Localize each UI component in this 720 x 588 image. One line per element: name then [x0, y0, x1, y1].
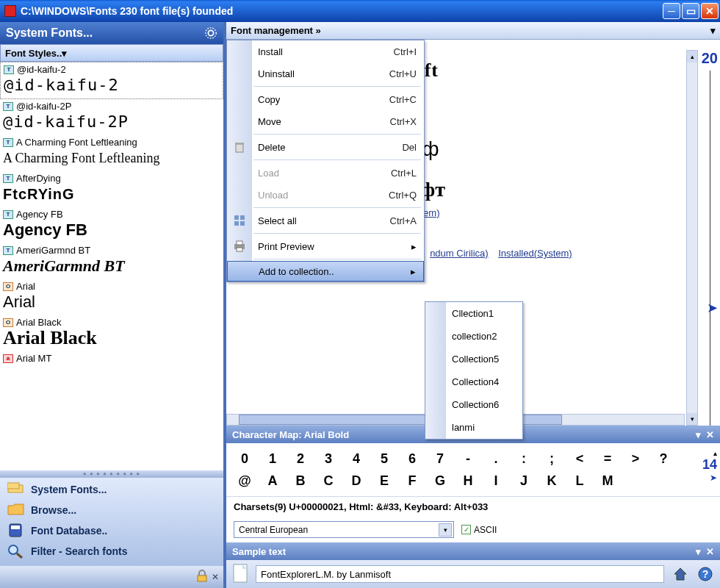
menu-item-load[interactable]: LoadCtrl+L: [227, 162, 424, 184]
char-cell[interactable]: I: [482, 470, 510, 492]
char-cell[interactable]: ;: [538, 448, 566, 470]
size-ruler[interactable]: 20 ➤: [702, 50, 718, 426]
collection-item[interactable]: Cllection1: [425, 302, 522, 325]
font-item[interactable]: TAgency FB Agency FB: [0, 207, 223, 243]
menu-item-uninstall[interactable]: UninstallCtrl+U: [227, 62, 424, 85]
sample-text-input[interactable]: FontExplorerL.M. by Lanmisoft: [256, 565, 664, 583]
ruler-marker-icon[interactable]: ➤: [707, 300, 718, 316]
charset-combo[interactable]: Central European ▾: [234, 521, 454, 538]
sidebar-header: System Fonts...: [0, 22, 223, 44]
font-item[interactable]: aArial MT: [0, 351, 223, 365]
collections-submenu: Cllection1collection2Collection5Collecti…: [425, 301, 523, 440]
svg-point-6: [9, 545, 18, 554]
scroll-down-icon[interactable]: ▾: [687, 413, 697, 425]
close-panel-icon[interactable]: ✕: [212, 572, 219, 582]
menu-item-delete[interactable]: DeleteDel: [227, 136, 424, 158]
char-cell[interactable]: :: [510, 448, 538, 470]
nav-filter-search[interactable]: Filter - Search fonts: [0, 541, 223, 562]
char-cell[interactable]: J: [510, 470, 538, 492]
svg-text:?: ?: [702, 568, 709, 580]
font-item[interactable]: TAfterDying FtcRYinG: [0, 171, 223, 207]
font-sample: Agency FB: [3, 220, 220, 243]
char-cell[interactable]: K: [538, 470, 566, 492]
char-cell[interactable]: B: [287, 470, 314, 492]
font-item[interactable]: T@id-kaifu-2 @id-kaifu-2: [0, 62, 223, 99]
dropdown-label: Font Styles..: [5, 48, 62, 59]
char-cell[interactable]: A: [259, 470, 287, 492]
char-cell[interactable]: G: [426, 470, 454, 492]
adobe-icon: a: [3, 354, 13, 363]
font-type-link[interactable]: ndum Cirilica): [430, 248, 488, 259]
char-cell[interactable]: @: [231, 470, 259, 492]
nav-system-fonts[interactable]: System Fonts...: [0, 479, 223, 500]
font-item[interactable]: TAmeriGarmnd BT AmeriGarmnd BT: [0, 243, 223, 279]
char-cell[interactable]: 0: [231, 448, 259, 470]
char-cell[interactable]: C: [314, 470, 342, 492]
chevron-down-icon[interactable]: ▾: [696, 429, 701, 440]
char-cell[interactable]: 1: [259, 448, 287, 470]
char-cell[interactable]: H: [454, 470, 482, 492]
char-cell[interactable]: L: [566, 470, 594, 492]
vertical-scrollbar[interactable]: ▴ ▾: [686, 50, 698, 426]
char-cell[interactable]: D: [342, 470, 370, 492]
char-cell[interactable]: -: [454, 448, 482, 470]
font-sample: FtcRYinG: [3, 184, 220, 207]
collection-item[interactable]: Collection5: [425, 348, 522, 370]
font-list[interactable]: T@id-kaifu-2 @id-kaifu-2 T@id-kaifu-2P @…: [0, 62, 223, 470]
nav-separator[interactable]: ● ● ● ● ● ● ● ● ●: [0, 470, 223, 478]
char-cell[interactable]: 7: [426, 448, 454, 470]
collection-item[interactable]: Collection6: [425, 393, 522, 416]
svg-rect-14: [234, 215, 239, 220]
char-cell[interactable]: 5: [370, 448, 398, 470]
char-cell[interactable]: F: [398, 470, 426, 492]
char-cell[interactable]: 4: [342, 448, 370, 470]
font-item[interactable]: OArial Arial: [0, 279, 223, 315]
minimize-button[interactable]: ─: [663, 3, 680, 19]
char-cell[interactable]: M: [594, 470, 622, 492]
font-item[interactable]: T@id-kaifu-2P @id-kaifu-2P: [0, 99, 223, 135]
nav-browse[interactable]: Browse...: [0, 500, 223, 520]
collection-item[interactable]: lanmi: [425, 416, 522, 439]
svg-rect-12: [236, 144, 243, 152]
truetype-icon: T: [3, 210, 13, 219]
collection-item[interactable]: Collection4: [425, 370, 522, 393]
ascii-checkbox[interactable]: ✓ ASCII: [461, 525, 497, 535]
char-cell[interactable]: 6: [398, 448, 426, 470]
home-icon[interactable]: [672, 565, 689, 583]
gear-icon[interactable]: [204, 26, 217, 40]
char-cell[interactable]: >: [622, 448, 649, 470]
close-button[interactable]: ✕: [701, 3, 719, 19]
menu-item-print-preview[interactable]: Print Preview▸: [227, 235, 424, 257]
char-cell[interactable]: =: [594, 448, 622, 470]
chevron-down-icon[interactable]: ▾: [696, 546, 701, 557]
menu-item-add-to-collection-[interactable]: Add to collection..▸: [227, 261, 424, 282]
charmap-size-control[interactable]: ▴ 14 ➤: [696, 449, 717, 483]
maximize-button[interactable]: ▭: [682, 3, 699, 19]
font-sample: A Charming Font Leftleaning: [3, 148, 220, 171]
menu-item-copy[interactable]: CopyCtrl+C: [227, 88, 424, 110]
collection-item[interactable]: collection2: [425, 325, 522, 348]
char-cell[interactable]: 3: [314, 448, 342, 470]
close-panel-icon[interactable]: ✕: [706, 546, 714, 557]
character-map[interactable]: ▴ 14 ➤ 01234567-.:;<=>?@ABCDEFGHIJKLM: [226, 443, 720, 496]
font-styles-dropdown[interactable]: Font Styles.. ▾: [0, 44, 223, 62]
nav-font-database[interactable]: Font Database..: [0, 520, 223, 541]
char-cell[interactable]: .: [482, 448, 510, 470]
menu-item-move[interactable]: MoveCtrl+X: [227, 110, 424, 132]
scroll-up-icon[interactable]: ▴: [687, 51, 697, 62]
search-icon: [7, 544, 25, 559]
menu-item-install[interactable]: InstallCtrl+I: [227, 40, 424, 62]
char-cell[interactable]: E: [370, 470, 398, 492]
char-cell[interactable]: ?: [649, 448, 677, 470]
font-item[interactable]: OArial Black Arial Black: [0, 315, 223, 351]
help-icon[interactable]: ?: [696, 565, 714, 583]
close-panel-icon[interactable]: ✕: [706, 429, 714, 440]
install-status-link[interactable]: Installed(System): [498, 248, 572, 259]
char-cell[interactable]: 2: [287, 448, 314, 470]
menu-item-select-all[interactable]: Select allCtrl+A: [227, 209, 424, 232]
font-item[interactable]: TA Charming Font Leftleaning A Charming …: [0, 135, 223, 171]
menu-item-unload[interactable]: UnloadCtrl+Q: [227, 184, 424, 206]
menubar[interactable]: Font management » ▾: [226, 22, 720, 40]
char-cell[interactable]: <: [566, 448, 594, 470]
font-name: AmeriGarmnd BT: [16, 245, 90, 256]
